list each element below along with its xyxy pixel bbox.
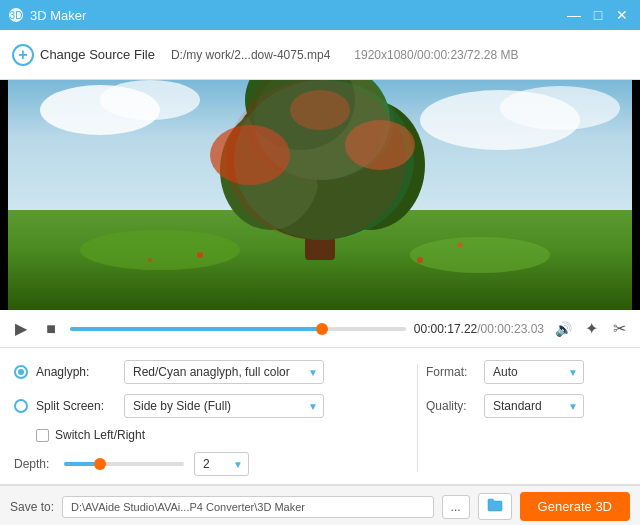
depth-slider-thumb xyxy=(94,458,106,470)
change-source-label: Change Source File xyxy=(40,47,155,62)
progress-track[interactable] xyxy=(70,327,406,331)
svg-point-21 xyxy=(80,230,240,270)
file-path: D:/my work/2...dow-4075.mp4 xyxy=(171,48,330,62)
volume-button[interactable]: 🔊 xyxy=(552,318,574,340)
quality-row: Quality: Standard High Low ▼ xyxy=(426,394,626,418)
quality-select-wrapper: Standard High Low ▼ xyxy=(484,394,584,418)
split-label: Split Screen: xyxy=(36,399,116,413)
save-bar: Save to: ... Generate 3D xyxy=(0,485,640,525)
anaglyph-label: Anaglyph: xyxy=(36,365,116,379)
svg-point-24 xyxy=(417,257,423,263)
depth-label: Depth: xyxy=(14,457,54,471)
anaglyph-row: Anaglyph: Red/Cyan anaglyph, full color … xyxy=(14,360,409,384)
change-source-button[interactable]: + Change Source File xyxy=(12,44,155,66)
svg-point-6 xyxy=(500,86,620,130)
anaglyph-select[interactable]: Red/Cyan anaglyph, full color Red/Cyan a… xyxy=(124,360,324,384)
time-display: 00:00:17.22 / 00:00:23.03 xyxy=(414,322,544,336)
quality-select[interactable]: Standard High Low xyxy=(484,394,584,418)
folder-icon xyxy=(487,498,503,512)
time-total: 00:00:23.03 xyxy=(481,322,544,336)
generate-3d-button[interactable]: Generate 3D xyxy=(520,492,630,521)
toolbar: + Change Source File D:/my work/2...dow-… xyxy=(0,30,640,80)
split-radio[interactable] xyxy=(14,399,28,413)
svg-point-4 xyxy=(100,80,200,120)
depth-slider[interactable] xyxy=(64,462,184,466)
controls-bar: ▶ ■ 00:00:17.22 / 00:00:23.03 🔊 ✦ ✂ xyxy=(0,310,640,348)
depth-value-select[interactable]: 1 2 3 4 5 xyxy=(194,452,249,476)
left-bar xyxy=(0,80,8,310)
left-settings-panel: Anaglyph: Red/Cyan anaglyph, full color … xyxy=(14,360,409,476)
format-row: Format: Auto MP4 AVI MKV MOV ▼ xyxy=(426,360,626,384)
save-to-label: Save to: xyxy=(10,500,54,514)
progress-thumb xyxy=(316,323,328,335)
browse-button[interactable]: ... xyxy=(442,495,470,519)
quality-label: Quality: xyxy=(426,399,476,413)
right-controls: 🔊 ✦ ✂ xyxy=(552,318,630,340)
open-folder-button[interactable] xyxy=(478,493,512,520)
minimize-button[interactable]: — xyxy=(564,5,584,25)
video-tree-svg xyxy=(0,80,640,310)
right-settings-panel: Format: Auto MP4 AVI MKV MOV ▼ Quality: … xyxy=(426,360,626,476)
progress-fill xyxy=(70,327,322,331)
format-select-wrapper: Auto MP4 AVI MKV MOV ▼ xyxy=(484,360,584,384)
switch-label: Switch Left/Right xyxy=(55,428,145,442)
right-bar xyxy=(632,80,640,310)
star-button[interactable]: ✦ xyxy=(580,318,602,340)
play-button[interactable]: ▶ xyxy=(10,318,32,340)
depth-row: Depth: 1 2 3 4 5 ▼ xyxy=(14,452,409,476)
split-screen-row: Split Screen: Side by Side (Full) Side b… xyxy=(14,394,409,418)
time-current: 00:00:17.22 xyxy=(414,322,477,336)
stop-button[interactable]: ■ xyxy=(40,318,62,340)
video-preview-area xyxy=(0,80,640,310)
video-frame xyxy=(0,80,640,310)
switch-row: Switch Left/Right xyxy=(36,428,409,442)
split-select[interactable]: Side by Side (Full) Side by Side (Half) … xyxy=(124,394,324,418)
save-path-input[interactable] xyxy=(62,496,434,518)
format-label: Format: xyxy=(426,365,476,379)
settings-divider xyxy=(417,364,418,472)
anaglyph-radio[interactable] xyxy=(14,365,28,379)
svg-point-22 xyxy=(410,237,550,273)
window-controls: — □ ✕ xyxy=(564,5,632,25)
cut-button[interactable]: ✂ xyxy=(608,318,630,340)
switch-checkbox[interactable] xyxy=(36,429,49,442)
split-select-wrapper: Side by Side (Full) Side by Side (Half) … xyxy=(124,394,324,418)
app-title: 3D Maker xyxy=(30,8,86,23)
plus-circle-icon: + xyxy=(12,44,34,66)
depth-value-wrapper: 1 2 3 4 5 ▼ xyxy=(194,452,249,476)
close-button[interactable]: ✕ xyxy=(612,5,632,25)
svg-point-23 xyxy=(197,252,203,258)
maximize-button[interactable]: □ xyxy=(588,5,608,25)
title-bar: 3D 3D Maker — □ ✕ xyxy=(0,0,640,30)
format-select[interactable]: Auto MP4 AVI MKV MOV xyxy=(484,360,584,384)
svg-text:3D: 3D xyxy=(10,10,23,21)
svg-point-26 xyxy=(148,258,152,262)
app-icon: 3D xyxy=(8,7,24,23)
settings-area: Anaglyph: Red/Cyan anaglyph, full color … xyxy=(0,348,640,485)
anaglyph-select-wrapper: Red/Cyan anaglyph, full color Red/Cyan a… xyxy=(124,360,324,384)
svg-point-25 xyxy=(458,243,463,248)
file-meta: 1920x1080/00:00:23/72.28 MB xyxy=(354,48,518,62)
